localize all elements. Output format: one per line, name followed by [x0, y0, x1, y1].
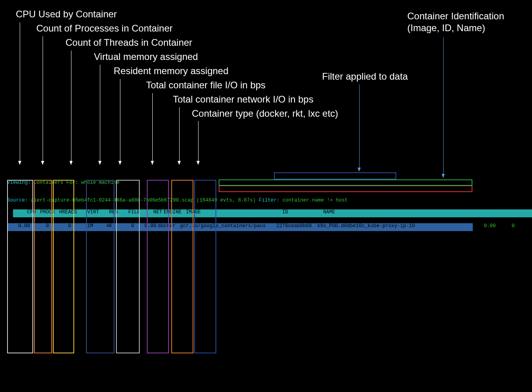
- arrow-down-icon: [20, 22, 20, 164]
- annot-filter: Filter applied to data: [322, 71, 408, 82]
- table-header-row: CPUPROCSHREADSVIRTRESFILENETENGINEIMAGEI…: [13, 209, 532, 217]
- annot-res: Resident memory assigned: [114, 65, 229, 77]
- arrow-down-icon: [359, 84, 360, 171]
- annot-net: Total container network I/O in bps: [173, 94, 313, 105]
- arrow-down-icon: [198, 121, 199, 164]
- arrow-down-icon: [179, 107, 180, 164]
- annot-cpu: CPU Used by Container: [16, 9, 117, 20]
- annot-virt: Virtual memory assigned: [94, 51, 198, 62]
- arrow-down-icon: [43, 36, 43, 164]
- table-row[interactable]: 0.00001M4K00.00dockergcr.io/google_conta…: [7, 223, 473, 231]
- arrow-down-icon: [443, 37, 444, 177]
- arrow-down-icon: [100, 65, 100, 164]
- arrow-down-icon: [152, 93, 153, 164]
- annot-file: Total container file I/O in bps: [146, 80, 266, 91]
- annot-procs: Count of Processes in Container: [36, 23, 173, 34]
- arrow-down-icon: [71, 50, 71, 164]
- status-line-source: Source: alert-capture-b5eb4fc1-9244-466a…: [7, 198, 532, 203]
- table-body: 0.00001M4K00.00dockergcr.io/google_conta…: [7, 223, 532, 231]
- annot-engine: Container type (docker, rkt, lxc etc): [192, 108, 338, 119]
- annot-ident: Container Identification (Image, ID, Nam…: [407, 10, 526, 34]
- terminal-output: Viewing: Containers For: whole machine S…: [7, 168, 532, 237]
- status-line-viewing: Viewing: Containers For: whole machine: [7, 180, 532, 186]
- table-row[interactable]: 0.00001M4K00.00dockergcr.io/google_conta…: [473, 223, 532, 231]
- annot-threads: Count of Threads in Container: [66, 37, 192, 48]
- arrow-down-icon: [120, 79, 120, 164]
